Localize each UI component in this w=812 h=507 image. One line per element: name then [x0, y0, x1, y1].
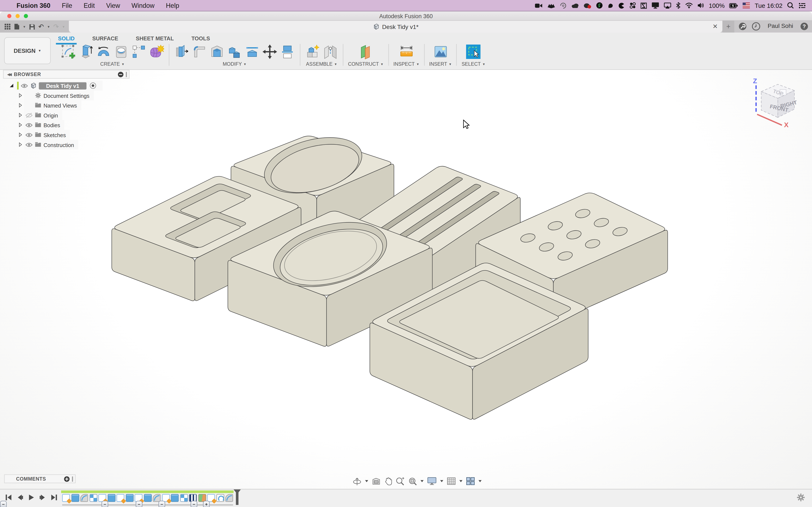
extrude-icon[interactable] — [78, 44, 94, 59]
timeline-settings-gear-icon[interactable] — [797, 494, 805, 501]
select-tool-icon[interactable] — [466, 44, 481, 59]
hole-icon[interactable] — [113, 44, 129, 59]
timeline-feature-icon[interactable] — [225, 494, 233, 502]
browser-tree-row[interactable]: Named Views — [3, 100, 130, 110]
blob-icon[interactable] — [607, 2, 613, 8]
fillet-icon[interactable] — [192, 44, 207, 59]
viewports-icon[interactable] — [466, 477, 475, 485]
timeline-group-handle[interactable] — [0, 501, 7, 507]
insert-image-icon[interactable] — [433, 44, 448, 59]
file-menu-icon[interactable] — [14, 23, 20, 30]
timeline-group-handle[interactable] — [136, 501, 143, 507]
timeline-feature-icon[interactable] — [207, 494, 215, 502]
goto-start-icon[interactable] — [5, 494, 12, 501]
cloud-record-icon[interactable] — [583, 2, 591, 8]
browser-tree-row[interactable]: Sketches — [3, 130, 130, 140]
input-source-flag-icon[interactable] — [743, 3, 750, 8]
chevron-down-icon[interactable] — [365, 480, 368, 482]
zoom-icon[interactable] — [396, 477, 405, 486]
tab-close-button[interactable]: ✕ — [712, 23, 719, 30]
undo-button[interactable]: ↶ — [38, 23, 44, 31]
user-account-button[interactable]: Paul Sohi — [762, 23, 799, 29]
bluetooth-icon[interactable] — [676, 2, 680, 9]
document-tab[interactable]: Desk Tidy v1* — [69, 21, 722, 33]
tree-item-label[interactable]: Bodies — [44, 122, 60, 128]
control-center-icon[interactable] — [799, 3, 806, 8]
add-comment-icon[interactable] — [64, 476, 70, 482]
orbit-icon[interactable] — [353, 477, 362, 486]
collapse-panel-icon[interactable]: ◀◀ — [7, 72, 11, 76]
align-icon[interactable] — [280, 44, 295, 59]
panel-drag-handle[interactable] — [72, 476, 73, 481]
help-icon[interactable] — [800, 22, 808, 31]
timeline-feature-icon[interactable] — [89, 494, 97, 502]
browser-tree-row[interactable]: Construction — [3, 139, 130, 150]
menu-clock[interactable]: Tue 16:02 — [755, 2, 782, 9]
eye-icon[interactable] — [26, 113, 33, 118]
tree-item-label[interactable]: Origin — [44, 112, 58, 118]
expand-caret-icon[interactable] — [18, 103, 22, 108]
play-icon[interactable] — [28, 494, 35, 501]
new-component-icon[interactable] — [305, 44, 320, 59]
timeline-feature-icon[interactable] — [107, 494, 115, 502]
timeline-playhead[interactable] — [233, 490, 242, 506]
volume-icon[interactable] — [697, 3, 704, 8]
menu-app-name[interactable]: Fusion 360 — [16, 2, 50, 9]
browser-root-row[interactable]: Desk Tidy v1 — [3, 81, 130, 91]
flux-icon[interactable] — [641, 2, 647, 8]
timeline-feature-icon[interactable] — [116, 494, 124, 502]
app-grid-icon[interactable] — [4, 23, 11, 30]
redo-button[interactable]: ↷ — [53, 23, 59, 31]
cloud-icon[interactable] — [571, 3, 579, 8]
eye-icon[interactable] — [26, 132, 33, 137]
grid-settings-icon[interactable] — [447, 477, 456, 485]
timeline-feature-icon[interactable] — [62, 494, 70, 502]
step-forward-icon[interactable] — [39, 494, 46, 501]
browser-tree-row[interactable]: Document Settings — [3, 91, 130, 101]
spotlight-search-icon[interactable] — [787, 2, 794, 9]
press-pull-icon[interactable] — [174, 44, 190, 59]
job-status-icon[interactable] — [739, 22, 747, 31]
measure-icon[interactable] — [399, 44, 414, 59]
tree-item-label[interactable]: Document Settings — [44, 92, 90, 99]
eye-icon[interactable] — [21, 83, 28, 88]
goto-end-icon[interactable] — [51, 494, 57, 501]
revolve-icon[interactable] — [96, 44, 111, 59]
step-back-icon[interactable] — [16, 494, 23, 501]
spiral-icon[interactable] — [560, 2, 566, 8]
eye-icon[interactable] — [26, 142, 33, 147]
timeline-feature-icon[interactable] — [180, 494, 188, 502]
wifi-icon[interactable] — [685, 3, 693, 8]
videocam-icon[interactable] — [535, 2, 543, 8]
display-icon[interactable] — [651, 2, 659, 9]
chevron-down-icon[interactable]: ▼ — [23, 25, 26, 28]
insert-menu[interactable]: INSERT▼ — [429, 61, 452, 67]
expand-caret-icon[interactable] — [18, 122, 22, 127]
modify-menu[interactable]: MODIFY▼ — [223, 61, 246, 67]
construct-menu[interactable]: CONSTRUCT▼ — [348, 61, 384, 67]
chevron-down-icon[interactable] — [440, 480, 444, 482]
display-settings-icon[interactable] — [427, 477, 437, 485]
timeline-feature-icon[interactable] — [171, 494, 179, 502]
chevron-down-icon[interactable]: ▼ — [47, 25, 50, 28]
chevron-down-icon[interactable] — [478, 480, 482, 482]
timeline-group-handle[interactable] — [158, 501, 165, 507]
timeline-group-handle[interactable] — [101, 501, 108, 507]
create-form-icon[interactable] — [149, 44, 164, 59]
comments-bar[interactable]: COMMENTS — [4, 474, 76, 483]
circle-s-icon[interactable] — [596, 2, 603, 9]
expand-caret-icon[interactable] — [18, 132, 22, 137]
tree-item-label[interactable]: Sketches — [44, 131, 66, 138]
chevron-down-icon[interactable] — [459, 480, 462, 482]
timeline-feature-icon[interactable] — [80, 494, 88, 502]
menu-item[interactable]: File — [62, 2, 72, 9]
pattern-icon[interactable] — [131, 44, 147, 59]
create-sketch-icon[interactable] — [61, 44, 76, 59]
combine-icon[interactable] — [227, 44, 242, 59]
panel-drag-handle[interactable] — [126, 72, 127, 77]
new-tab-button[interactable]: + — [722, 21, 734, 33]
root-document-label[interactable]: Desk Tidy v1 — [39, 82, 87, 89]
timeline-group-handle[interactable] — [203, 501, 210, 507]
look-at-icon[interactable] — [372, 477, 380, 485]
inspect-menu[interactable]: INSPECT▼ — [393, 61, 419, 67]
